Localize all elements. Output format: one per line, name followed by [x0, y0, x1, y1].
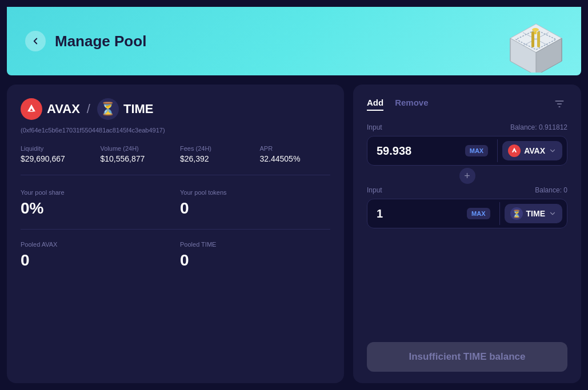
page-title: Manage Pool: [55, 33, 146, 50]
separator-divider: +: [367, 166, 567, 186]
time-selector-icon: ⏳: [510, 207, 523, 220]
liquidity-value: $29,690,667: [21, 154, 91, 163]
vertical-divider-1: [497, 139, 498, 162]
action-button[interactable]: Insufficient TIME balance: [367, 342, 567, 372]
input1-box: MAX AVAX: [367, 136, 567, 166]
avax-chevron-icon: [549, 147, 557, 155]
apr-label: APR: [260, 145, 331, 152]
main-content: AVAX / ⏳ TIME (0xf64e1c5b6e17031f5504481…: [0, 75, 588, 390]
stats-row: Liquidity $29,690,667 Volume (24H) $10,5…: [21, 145, 330, 175]
token-b-name: TIME: [123, 102, 154, 116]
fees-label: Fees (24H): [180, 145, 251, 152]
fees-value: $26,392: [180, 154, 251, 163]
liquidity-label: Liquidity: [21, 145, 91, 152]
time-chevron-icon: [549, 210, 557, 218]
pool-info-row: Your pool share 0% Your pool tokens 0: [21, 189, 330, 218]
input1-label-row: Input Balance: 0.911812: [367, 123, 567, 131]
filter-icon[interactable]: [551, 96, 567, 112]
svg-rect-11: [537, 31, 540, 47]
spacer: [367, 228, 567, 342]
input2-max-button[interactable]: MAX: [467, 208, 490, 219]
tab-add[interactable]: Add: [367, 98, 383, 111]
header: Manage Pool: [7, 7, 581, 75]
pooled-time-label: Pooled TIME: [180, 241, 330, 248]
input1-balance: Balance: 0.911812: [510, 123, 567, 131]
avax-token-name: AVAX: [524, 146, 545, 155]
pool-share-item: Your pool share 0%: [21, 189, 171, 218]
svg-point-13: [532, 28, 539, 31]
pool-share-value: 0%: [21, 199, 171, 218]
input1-section: Input Balance: 0.911812 MAX AVAX: [367, 123, 567, 166]
input2-label: Input: [367, 186, 382, 194]
avax-token-selector[interactable]: AVAX: [502, 141, 562, 160]
volume-label: Volume (24H): [101, 145, 171, 152]
pooled-time-item: Pooled TIME 0: [180, 241, 330, 270]
volume-stat: Volume (24H) $10,556,877: [101, 145, 171, 163]
avax-logo-icon: [21, 98, 42, 120]
vertical-divider-2: [499, 202, 500, 225]
pooled-avax-label: Pooled AVAX: [21, 241, 171, 248]
time-token-selector[interactable]: ⏳ TIME: [505, 204, 562, 223]
pool-tokens-label: Your pool tokens: [180, 189, 330, 196]
pool-share-label: Your pool share: [21, 189, 171, 196]
input1-field[interactable]: [377, 144, 465, 158]
plus-icon: +: [459, 168, 475, 184]
svg-rect-10: [531, 31, 534, 47]
tabs-row: Add Remove: [367, 96, 567, 112]
input2-section: Input Balance: 0 MAX ⏳ TIME: [367, 186, 567, 228]
pool-tokens-value: 0: [180, 199, 330, 218]
pool-tokens-item: Your pool tokens 0: [180, 189, 330, 218]
input2-box: MAX ⏳ TIME: [367, 199, 567, 228]
input1-label: Input: [367, 123, 382, 131]
pair-header: AVAX / ⏳ TIME: [21, 98, 330, 120]
pooled-row: Pooled AVAX 0 Pooled TIME 0: [21, 241, 330, 270]
pair-slash: /: [87, 102, 90, 116]
pooled-avax-value: 0: [21, 251, 171, 270]
pair-address: (0xf64e1c5b6e17031f5504481ac8145f4c3eab4…: [21, 127, 330, 134]
volume-value: $10,556,877: [101, 154, 171, 163]
apr-value: 32.44505%: [260, 154, 331, 163]
apr-stat: APR 32.44505%: [260, 145, 331, 163]
pool-illustration: [499, 15, 567, 67]
back-button[interactable]: [25, 31, 46, 51]
tabs: Add Remove: [367, 98, 429, 111]
input1-max-button[interactable]: MAX: [465, 145, 488, 156]
input2-balance: Balance: 0: [535, 186, 567, 194]
input2-field[interactable]: [377, 207, 467, 220]
time-token-name: TIME: [526, 209, 545, 218]
avax-selector-icon: [508, 144, 521, 157]
right-panel: Add Remove Input Balance: 0.911812: [353, 85, 581, 383]
tab-remove[interactable]: Remove: [395, 98, 428, 111]
divider: [21, 229, 330, 230]
left-panel: AVAX / ⏳ TIME (0xf64e1c5b6e17031f5504481…: [7, 85, 344, 383]
pooled-time-value: 0: [180, 251, 330, 270]
liquidity-stat: Liquidity $29,690,667: [21, 145, 91, 163]
token-a-name: AVAX: [47, 102, 80, 116]
input2-label-row: Input Balance: 0: [367, 186, 567, 194]
fees-stat: Fees (24H) $26,392: [180, 145, 251, 163]
time-logo-icon: ⏳: [97, 98, 119, 120]
pooled-avax-item: Pooled AVAX 0: [21, 241, 171, 270]
